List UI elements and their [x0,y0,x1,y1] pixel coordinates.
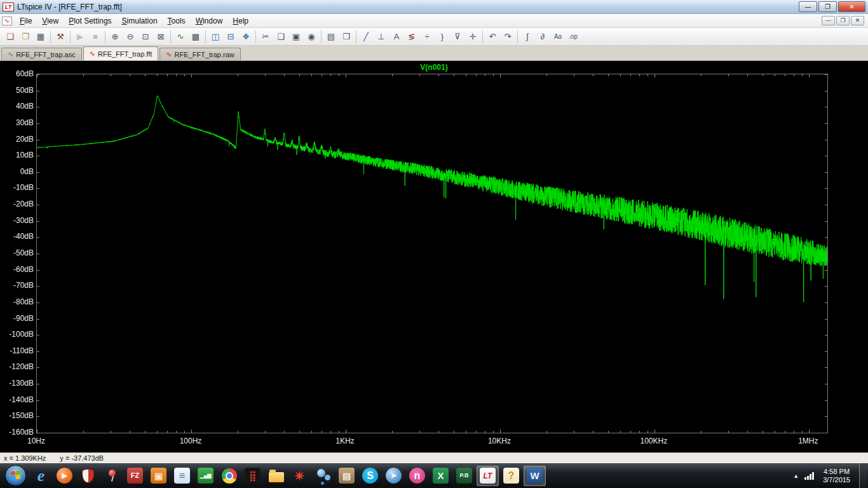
waveform-icon: ∿ [166,51,172,58]
menu-items: FileViewPlot SettingsSimulationToolsWind… [15,17,254,25]
trace-name-label[interactable]: V(n001) [0,63,868,72]
component-button[interactable]: ⊽ [450,30,465,44]
monitor-green-icon: ▁▄▆ [198,468,214,484]
save-button[interactable]: ▦ [33,30,48,44]
draw-wire-button[interactable]: ╱ [358,30,374,44]
start-button[interactable] [5,465,26,486]
minimize-button[interactable]: — [799,1,817,12]
cursor-x-readout: x = 1.309KHz [4,454,46,462]
toolbar-separator [321,30,322,43]
taskbar-skype[interactable]: S [359,466,381,486]
print-preview-button[interactable]: ❒ [339,30,354,44]
y-axis-tick-label: -80dB [0,297,34,306]
taskbar-powerbuilder[interactable]: P.B [453,466,475,486]
menu-file[interactable]: File [15,15,37,27]
print-button[interactable]: ▤ [323,30,339,44]
menu-plot-settings[interactable]: Plot Settings [64,15,116,27]
net-label-button[interactable]: A [389,30,404,44]
taskbar-media-player[interactable]: ▶ [53,466,76,486]
plot-canvas[interactable] [37,74,827,433]
paste-button[interactable]: ▣ [288,30,304,44]
taskbar-pushpin[interactable] [100,466,123,486]
cut-button[interactable]: ✂ [258,30,273,44]
taskbar-utility-orange[interactable]: ▣ [147,466,170,486]
y-axis-tick-label: -160dB [0,428,34,437]
control-panel-button[interactable]: ⚒ [53,30,68,44]
show-desktop-button[interactable] [859,463,867,488]
menu-tools[interactable]: Tools [163,15,191,27]
taskbar-filezilla[interactable]: FZ [124,466,146,486]
x-axis-tick-label: 1MHz [798,437,818,445]
move-button[interactable]: ✛ [465,30,480,44]
nexus-pink-icon: n [409,468,425,484]
text-button[interactable]: Aa [550,30,566,44]
tab-label: RFE_FFT_trap.asc [16,51,76,58]
show-hidden-icons-button[interactable]: ▲ [793,473,799,479]
taskbar-chrome[interactable] [218,466,240,486]
find-button[interactable]: ◉ [304,30,319,44]
menu-help[interactable]: Help [227,15,254,27]
taskbar: e▶FZ▣≡▁▄▆⣿✴▤S➤nXP.BLT?W ▲ 4:58 PM 3/7/20… [0,463,868,488]
grid-button[interactable]: ▩ [188,30,203,44]
taskbar-ltspice[interactable]: LT [477,466,499,486]
mdi-close-button[interactable]: ✕ [851,16,864,25]
taskbar-help[interactable]: ? [500,466,522,486]
cascade-windows-button[interactable]: ❖ [238,30,254,44]
y-axis-tick-label: 20dB [0,135,34,144]
plot-area[interactable] [36,74,828,433]
zoom-area-button[interactable]: ⊡ [138,30,153,44]
rotate-button[interactable]: ∂ [535,30,550,44]
taskbar-bubbles-blue[interactable] [312,466,334,486]
taskbar-dots-black[interactable]: ⣿ [241,466,264,486]
menu-simulation[interactable]: Simulation [117,15,163,27]
taskbar-monitor-green[interactable]: ▁▄▆ [194,466,217,486]
taskbar-file-explorer[interactable] [265,466,287,486]
run-button[interactable]: ▶ [72,30,88,44]
clock[interactable]: 4:58 PM 3/7/2015 [820,468,853,484]
halt-button[interactable]: ■ [88,30,103,44]
taskbar-internet-explorer[interactable]: e [30,466,52,486]
tile-horizontally-button[interactable]: ⊟ [223,30,238,44]
spice-directive-button[interactable]: .op [566,30,581,44]
mirror-button[interactable]: ∫ [520,30,535,44]
restore-button[interactable]: ❐ [818,1,837,12]
mdi-restore-button[interactable]: ❐ [836,16,850,25]
y-axis-tick-label: -40dB [0,232,34,241]
waveform-icon: ∿ [90,50,95,57]
ground-button[interactable]: ⊥ [374,30,389,44]
redo-button[interactable]: ↷ [500,30,515,44]
inductor-button[interactable]: } [435,30,450,44]
tile-vertically-button[interactable]: ◫ [208,30,223,44]
taskbar-globe-pointer[interactable]: ➤ [383,466,405,486]
mdi-window-controls: — ❐ ✕ [822,16,866,25]
close-button[interactable]: ✕ [838,1,865,12]
taskbar-notes[interactable]: ≡ [171,466,193,486]
taskbar-antivirus-shield[interactable] [77,466,99,486]
zoom-full-extents-button[interactable]: ⊠ [153,30,168,44]
mdi-minimize-button[interactable]: — [822,16,835,25]
zoom-out-button[interactable]: ⊖ [123,30,138,44]
tab-rfe_fft_trap.asc[interactable]: ∿RFE_FFT_trap.asc [1,48,82,60]
open-button[interactable]: ❐ [18,30,33,44]
taskbar-word[interactable]: W [524,466,546,486]
copy-button[interactable]: ❑ [273,30,288,44]
new-schematic-button[interactable]: ❏ [3,30,18,44]
y-axis-tick-label: -20dB [0,200,34,208]
undo-button[interactable]: ↶ [485,30,500,44]
tab-rfe_fft_trap.raw[interactable]: ∿RFE_FFT_trap.raw [159,48,240,60]
capacitor-button[interactable]: ÷ [419,30,435,44]
taskbar-archive-tan[interactable]: ▤ [336,466,358,486]
autorange-y-axis-button[interactable]: ∿ [173,30,188,44]
ltspice-logo-icon: LT [3,3,14,11]
taskbar-red-star[interactable]: ✴ [288,466,311,486]
taskbar-excel[interactable]: X [430,466,452,486]
menu-window[interactable]: Window [191,15,228,27]
diode-button[interactable]: ≶ [404,30,419,44]
taskbar-nexus-pink[interactable]: n [406,466,428,486]
menu-view[interactable]: View [37,15,64,27]
media-player-icon: ▶ [57,468,72,484]
network-icon[interactable] [804,472,814,480]
tab-rfe_fft_trap.fft[interactable]: ∿RFE_FFT_trap.fft [83,46,159,60]
zoom-in-button[interactable]: ⊕ [107,30,123,44]
y-axis-tick-label: -70dB [0,281,34,290]
